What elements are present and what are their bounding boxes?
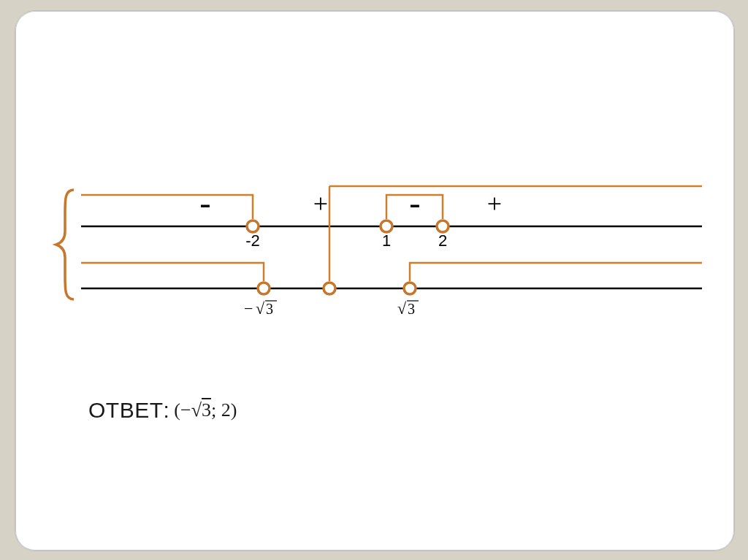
open-circle — [404, 283, 416, 294]
answer-label: ОТВЕТ: — [88, 398, 169, 423]
open-circle — [247, 220, 259, 232]
slide-card: -2 1 2 - + - + − √ 3 √ 3 — [15, 10, 735, 551]
open-circle — [381, 220, 392, 232]
svg-text:3: 3 — [266, 301, 273, 317]
open-circle — [437, 220, 449, 232]
open-circle — [258, 283, 270, 294]
svg-text:√: √ — [397, 299, 407, 318]
svg-text:3: 3 — [408, 301, 415, 317]
point-label: − √ 3 — [244, 299, 277, 318]
point-label: √ 3 — [397, 299, 419, 318]
number-line-diagram: -2 1 2 - + - + − √ 3 √ 3 — [15, 11, 734, 551]
point-label: 2 — [438, 231, 447, 250]
interval-bracket — [410, 263, 702, 281]
sign-label: + — [487, 189, 502, 218]
answer-value: (−√3; 2) — [174, 399, 237, 421]
svg-text:−: − — [244, 299, 253, 318]
point-label: -2 — [245, 231, 260, 250]
sign-label: - — [199, 184, 210, 221]
brace-icon — [56, 190, 74, 299]
svg-text:√: √ — [256, 299, 265, 318]
answer-row: ОТВЕТ: (−√3; 2) — [88, 398, 237, 423]
sign-label: + — [313, 189, 328, 218]
sign-label: - — [409, 184, 420, 221]
open-circle — [324, 283, 335, 294]
point-label: 1 — [382, 231, 391, 250]
interval-bracket — [81, 195, 253, 219]
interval-bracket — [81, 263, 264, 281]
